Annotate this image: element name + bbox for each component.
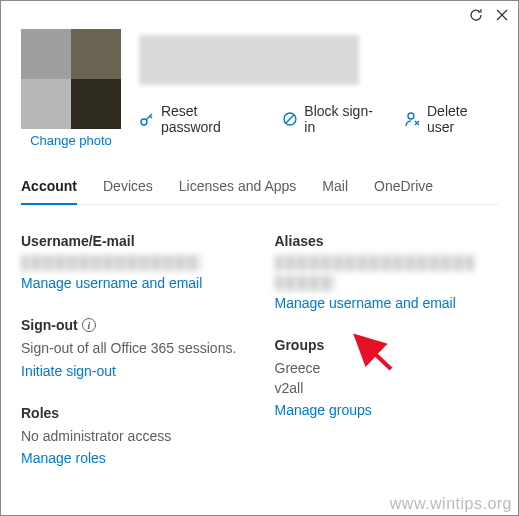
username-value bbox=[21, 255, 201, 271]
change-photo-link[interactable]: Change photo bbox=[21, 133, 121, 148]
manage-roles-link[interactable]: Manage roles bbox=[21, 450, 106, 466]
alias-value-2 bbox=[275, 275, 335, 291]
roles-text: No administrator access bbox=[21, 427, 245, 447]
username-heading: Username/E-mail bbox=[21, 233, 245, 249]
reset-password-button[interactable]: Reset password bbox=[139, 103, 260, 135]
signout-heading: Sign-outi bbox=[21, 317, 245, 333]
tabs: Account Devices Licenses and Apps Mail O… bbox=[21, 178, 498, 205]
key-icon bbox=[139, 111, 155, 127]
block-icon bbox=[282, 111, 298, 127]
signout-text: Sign-out of all Office 365 sessions. bbox=[21, 339, 245, 359]
block-signin-label: Block sign-in bbox=[304, 103, 383, 135]
manage-groups-link[interactable]: Manage groups bbox=[275, 402, 372, 418]
delete-user-icon bbox=[405, 111, 421, 127]
user-display-name bbox=[139, 35, 359, 85]
tab-onedrive[interactable]: OneDrive bbox=[374, 178, 433, 204]
info-icon[interactable]: i bbox=[82, 318, 96, 332]
delete-user-button[interactable]: Delete user bbox=[405, 103, 498, 135]
refresh-icon[interactable] bbox=[468, 7, 484, 26]
tab-account[interactable]: Account bbox=[21, 178, 77, 204]
groups-heading: Groups bbox=[275, 337, 499, 353]
delete-user-label: Delete user bbox=[427, 103, 498, 135]
close-icon[interactable] bbox=[494, 7, 510, 26]
watermark: www.wintips.org bbox=[390, 495, 512, 513]
alias-value-1 bbox=[275, 255, 475, 271]
roles-heading: Roles bbox=[21, 405, 245, 421]
group-item-2: v2all bbox=[275, 379, 499, 399]
manage-username-link[interactable]: Manage username and email bbox=[21, 275, 202, 291]
tab-licenses[interactable]: Licenses and Apps bbox=[179, 178, 297, 204]
aliases-heading: Aliases bbox=[275, 233, 499, 249]
tab-devices[interactable]: Devices bbox=[103, 178, 153, 204]
group-item-1: Greece bbox=[275, 359, 499, 379]
avatar bbox=[21, 29, 121, 129]
initiate-signout-link[interactable]: Initiate sign-out bbox=[21, 363, 116, 379]
block-signin-button[interactable]: Block sign-in bbox=[282, 103, 383, 135]
tab-mail[interactable]: Mail bbox=[322, 178, 348, 204]
svg-point-2 bbox=[408, 113, 414, 119]
reset-password-label: Reset password bbox=[161, 103, 261, 135]
manage-aliases-link[interactable]: Manage username and email bbox=[275, 295, 456, 311]
